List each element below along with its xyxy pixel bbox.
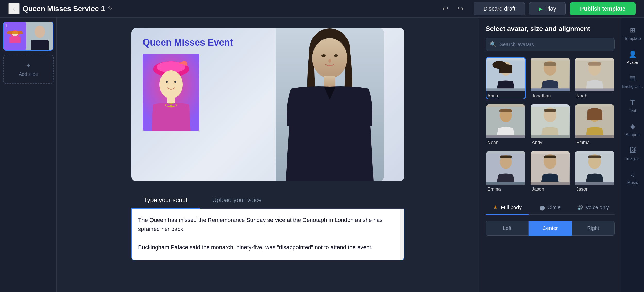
svg-rect-47 xyxy=(544,155,556,158)
sidebar-item-template[interactable]: ⊞ Template xyxy=(621,22,644,46)
svg-rect-2 xyxy=(9,37,20,43)
voice-only-label: Voice only xyxy=(586,205,609,211)
add-slide-button[interactable]: + Add slide xyxy=(3,55,54,84)
queen-image xyxy=(143,54,199,131)
svg-rect-32 xyxy=(588,62,601,65)
avatar-search-input[interactable] xyxy=(499,41,610,47)
play-label: Play xyxy=(545,5,556,12)
script-textarea[interactable] xyxy=(132,209,400,260)
svg-rect-7 xyxy=(31,40,49,51)
add-slide-label: Add slide xyxy=(19,72,38,77)
avatar-img-noah2 xyxy=(486,104,525,138)
avatar-card-emma1[interactable]: Emma xyxy=(574,104,615,146)
publish-template-button[interactable]: Publish template xyxy=(570,2,636,15)
avatar-figure xyxy=(276,28,384,181)
alignment-section: Left Center Right xyxy=(486,221,615,236)
slide-number-1: 1 xyxy=(5,23,8,29)
music-icon: ♫ xyxy=(630,170,635,178)
sidebar-item-avatar-label: Avatar xyxy=(627,60,639,65)
avatar-name-emma2: Emma xyxy=(486,185,525,192)
svg-point-11 xyxy=(159,70,183,99)
video-preview: Queen Misses Event xyxy=(131,28,404,181)
svg-point-12 xyxy=(166,81,168,83)
svg-point-20 xyxy=(321,54,326,57)
avatar-img-jonathan xyxy=(531,58,569,91)
slide-item-1[interactable]: 1 xyxy=(3,22,53,51)
svg-point-19 xyxy=(312,38,347,78)
avatar-card-jason1[interactable]: Jason xyxy=(530,150,570,193)
sidebar-item-background[interactable]: ▦ Backgrou... xyxy=(621,70,644,94)
edit-title-icon[interactable]: ✎ xyxy=(108,5,113,12)
sidebar-item-shapes-label: Shapes xyxy=(625,132,639,137)
undo-button[interactable]: ↩ xyxy=(440,2,450,15)
slide-thumb-inner xyxy=(4,22,53,50)
sidebar-item-shapes[interactable]: ◆ Shapes xyxy=(621,118,644,142)
svg-point-22 xyxy=(328,59,331,63)
avatar-img-emma1 xyxy=(575,104,614,138)
avatar-card-emma2[interactable]: Emma xyxy=(486,150,526,193)
svg-point-21 xyxy=(334,54,338,57)
sidebar-icons: ⊞ Template 👤 Avatar ▦ Backgrou... T Text… xyxy=(621,18,644,292)
align-left-button[interactable]: Left xyxy=(486,221,529,236)
avatar-name-noah1: Noah xyxy=(575,91,614,99)
svg-rect-29 xyxy=(544,62,556,66)
sidebar-item-images-label: Images xyxy=(626,156,639,161)
avatar-name-jason1: Jason xyxy=(531,185,569,192)
avatar-card-noah2[interactable]: Noah xyxy=(486,104,526,146)
avatar-name-jonathan: Jonathan xyxy=(531,91,569,99)
avatar-card-jonathan[interactable]: Jonathan xyxy=(530,57,570,99)
topbar: ‹ Queen Misses Service 1 ✎ ↩ ↪ Discard d… xyxy=(0,0,644,18)
background-icon: ▦ xyxy=(629,74,636,82)
redo-button[interactable]: ↪ xyxy=(455,2,465,15)
script-textarea-wrap xyxy=(131,209,404,260)
sidebar-item-text[interactable]: T Text xyxy=(621,94,644,118)
upload-voice-tab[interactable]: Upload your voice xyxy=(200,192,274,208)
avatar-name-andy: Andy xyxy=(531,138,569,145)
script-section: Type your script Upload your voice xyxy=(131,192,404,260)
template-icon: ⊞ xyxy=(630,26,635,34)
sidebar-item-background-label: Backgrou... xyxy=(622,84,643,89)
avatar-card-andy[interactable]: Andy xyxy=(530,104,570,146)
svg-rect-4 xyxy=(7,31,23,34)
svg-rect-44 xyxy=(500,155,512,158)
align-center-button[interactable]: Center xyxy=(529,221,572,236)
search-bar: 🔍 xyxy=(486,38,615,51)
avatar-img-anna xyxy=(486,58,525,91)
script-tabs: Type your script Upload your voice xyxy=(131,192,404,209)
view-modes: 🧍 Full body ⬤ Circle 🔊 Voice only xyxy=(486,201,615,215)
slide-thumbnail-1 xyxy=(3,22,53,51)
avatar-card-anna[interactable]: Anna xyxy=(486,57,526,99)
discard-draft-button[interactable]: Discard draft xyxy=(474,2,525,15)
circle-button[interactable]: ⬤ Circle xyxy=(529,201,572,214)
avatar-card-noah1[interactable]: Noah xyxy=(574,57,615,99)
thumb-avatar-image xyxy=(26,22,53,50)
voice-only-icon: 🔊 xyxy=(577,205,583,211)
align-right-button[interactable]: Right xyxy=(572,221,615,236)
sidebar-item-music[interactable]: ♫ Music xyxy=(621,166,644,190)
svg-rect-35 xyxy=(499,109,512,112)
play-button[interactable]: ▶ Play xyxy=(529,2,566,15)
svg-rect-38 xyxy=(544,109,556,112)
center-area: Queen Misses Event xyxy=(57,18,479,292)
avatar-name-jason2: Jason xyxy=(575,185,614,192)
avatar-img-jason1 xyxy=(531,151,569,185)
textarea-scrollbar[interactable] xyxy=(400,209,404,260)
voice-only-button[interactable]: 🔊 Voice only xyxy=(572,201,615,214)
avatar-card-jason2[interactable]: Jason xyxy=(574,150,615,193)
type-script-tab[interactable]: Type your script xyxy=(131,192,200,208)
right-panel: Select avatar, size and alignment 🔍 xyxy=(479,18,644,292)
back-button[interactable]: ‹ xyxy=(8,3,20,14)
text-icon: T xyxy=(630,98,635,106)
full-body-button[interactable]: 🧍 Full body xyxy=(486,201,529,214)
avatar-icon: 👤 xyxy=(629,50,637,58)
sidebar-item-avatar[interactable]: 👤 Avatar xyxy=(621,46,644,70)
shapes-icon: ◆ xyxy=(630,122,635,130)
sidebar-item-images[interactable]: 🖼 Images xyxy=(621,142,644,166)
avatar-name-noah2: Noah xyxy=(486,138,525,145)
svg-point-16 xyxy=(170,105,172,108)
slides-panel: 1 xyxy=(0,18,57,292)
sidebar-item-music-label: Music xyxy=(627,180,638,185)
sidebar-item-text-label: Text xyxy=(629,109,636,113)
avatar-selector: Select avatar, size and alignment 🔍 xyxy=(479,18,621,292)
avatar-img-emma2 xyxy=(486,151,525,185)
